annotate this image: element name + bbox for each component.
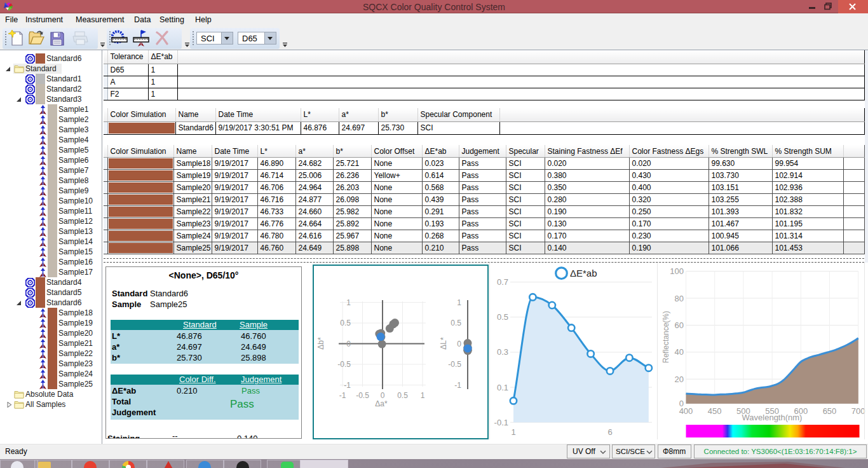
svg-text:0.5: 0.5 bbox=[397, 391, 408, 400]
svg-text:-0.1: -0.1 bbox=[494, 418, 508, 427]
svg-text:450: 450 bbox=[708, 406, 722, 416]
svg-text:80: 80 bbox=[675, 294, 684, 303]
svg-text:0.3: 0.3 bbox=[497, 347, 508, 357]
svg-text:0.1: 0.1 bbox=[497, 383, 508, 392]
svg-text:6: 6 bbox=[607, 427, 612, 437]
svg-text:Reflectance(%): Reflectance(%) bbox=[661, 311, 670, 363]
svg-text:ΔE*ab: ΔE*ab bbox=[570, 268, 597, 279]
svg-text:650: 650 bbox=[823, 406, 837, 416]
svg-text:ΔL*: ΔL* bbox=[439, 337, 448, 350]
svg-text:0: 0 bbox=[381, 391, 385, 400]
svg-text:40: 40 bbox=[675, 347, 684, 357]
svg-text:0.5: 0.5 bbox=[340, 319, 351, 327]
svg-text:Δb*: Δb* bbox=[316, 337, 325, 350]
svg-text:-0.5: -0.5 bbox=[337, 360, 351, 369]
svg-text:0: 0 bbox=[457, 340, 461, 348]
svg-text:60: 60 bbox=[675, 320, 684, 330]
svg-text:-0.5: -0.5 bbox=[448, 360, 461, 369]
svg-text:1: 1 bbox=[421, 391, 425, 400]
svg-text:-1: -1 bbox=[339, 391, 346, 400]
svg-text:0.5: 0.5 bbox=[451, 319, 461, 327]
svg-text:700: 700 bbox=[851, 406, 865, 416]
svg-text:1: 1 bbox=[346, 298, 351, 307]
svg-text:-0.5: -0.5 bbox=[356, 391, 369, 400]
svg-text:1: 1 bbox=[457, 298, 461, 307]
svg-text:0: 0 bbox=[346, 340, 351, 348]
svg-text:1: 1 bbox=[511, 427, 515, 437]
svg-text:Wavelength(nm): Wavelength(nm) bbox=[742, 413, 803, 422]
svg-text:-1: -1 bbox=[344, 381, 351, 390]
svg-text:0.5: 0.5 bbox=[497, 312, 508, 322]
svg-text:-1: -1 bbox=[454, 381, 461, 390]
svg-text:0.7: 0.7 bbox=[497, 277, 508, 287]
svg-text:400: 400 bbox=[679, 406, 693, 416]
svg-text:Δa*: Δa* bbox=[375, 399, 388, 408]
svg-text:20: 20 bbox=[675, 375, 684, 384]
svg-text:100: 100 bbox=[670, 266, 684, 276]
